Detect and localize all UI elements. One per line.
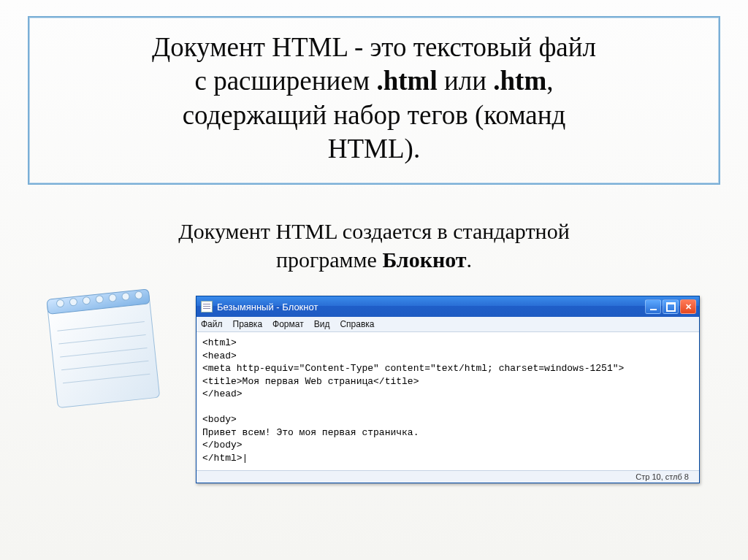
notepad-window: Безымянный - Блокнот Файл Правка Формат …: [196, 296, 700, 483]
sub-line2b: .: [467, 248, 473, 272]
menu-file[interactable]: Файл: [201, 319, 223, 329]
menu-edit[interactable]: Правка: [233, 319, 263, 329]
window-title: Безымянный - Блокнот: [217, 302, 645, 312]
sub-line2a: программе: [276, 248, 382, 272]
title-ext-htm: .htm: [493, 66, 546, 96]
slide: Документ HTML - это текстовый файл с рас…: [0, 0, 748, 560]
title-line4: HTML).: [328, 134, 420, 164]
document-icon: [201, 301, 213, 312]
title-line1: Документ HTML - это текстовый файл: [152, 32, 596, 62]
svg-point-8: [69, 298, 77, 306]
statusbar: Стр 10, стлб 8: [196, 470, 699, 483]
lower-row: Безымянный - Блокнот Файл Правка Формат …: [28, 281, 720, 483]
svg-point-13: [134, 291, 142, 299]
close-button[interactable]: [680, 299, 696, 314]
sub-line2-bold: Блокнот: [382, 248, 466, 272]
title-ext-html: .html: [376, 66, 437, 96]
window-titlebar[interactable]: Безымянный - Блокнот: [196, 296, 699, 317]
svg-point-12: [122, 293, 130, 301]
menu-help[interactable]: Справка: [340, 319, 374, 329]
minimize-button[interactable]: [645, 299, 661, 314]
menu-view[interactable]: Вид: [314, 319, 330, 329]
sub-line1: Документ HTML создается в стандартной: [178, 219, 569, 243]
status-pos: Стр 10, стлб 8: [636, 472, 689, 481]
title-line2c: или: [438, 66, 494, 96]
notepad-icon: [20, 259, 181, 420]
svg-point-7: [56, 299, 64, 307]
menu-format[interactable]: Формат: [272, 319, 304, 329]
editor-content[interactable]: <html> <head> <meta http-equiv="Content-…: [196, 332, 699, 470]
svg-point-11: [109, 294, 117, 302]
menubar: Файл Правка Формат Вид Справка: [196, 317, 699, 332]
maximize-button[interactable]: [663, 299, 679, 314]
notepad-window-wrap: Безымянный - Блокнот Файл Правка Формат …: [196, 296, 720, 483]
title-line2d: ,: [546, 66, 553, 96]
title-line3: содержащий набор тегов (команд: [183, 100, 566, 130]
window-buttons: [645, 299, 696, 314]
title-line2a: с расширением: [195, 66, 377, 96]
svg-point-9: [83, 296, 91, 304]
title-box: Документ HTML - это текстовый файл с рас…: [28, 16, 720, 185]
svg-point-10: [96, 295, 104, 303]
